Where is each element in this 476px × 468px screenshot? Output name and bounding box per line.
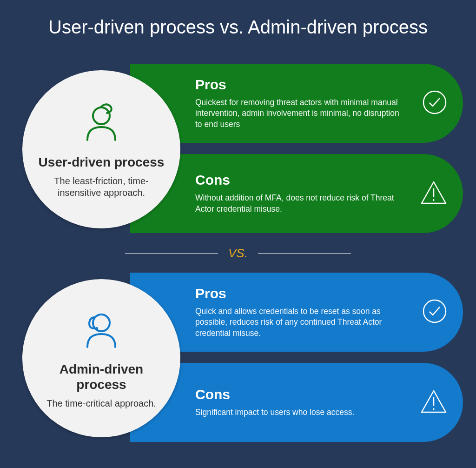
admin-circle-subtitle: The time-critical approach. [46,398,156,409]
admin-driven-section: Pros Quick and allows credentials to be … [0,270,476,447]
admin-circle-title: Admin-driven process [36,362,166,392]
admin-headset-icon [78,307,125,355]
user-person-icon [78,100,125,148]
admin-pros-text: Pros Quick and allows credentials to be … [130,286,463,339]
vs-divider: VS. [0,246,476,261]
user-cons-pill: Cons Without addition of MFA, does not r… [130,154,463,233]
user-circle: User-driven process The least-friction, … [22,70,180,228]
admin-cons-text: Cons Significant impact to users who los… [130,387,463,418]
svg-point-8 [95,327,98,330]
user-circle-subtitle: The least-friction, time-insensitive app… [36,175,166,199]
warning-triangle-icon [420,180,447,207]
svg-point-4 [423,300,446,322]
admin-cons-body: Significant impact to users who lose acc… [195,407,407,418]
admin-pros-pill: Pros Quick and allows credentials to be … [130,273,463,352]
vs-line-left [125,253,218,254]
user-cons-label: Cons [195,172,407,188]
user-pros-pill: Pros Quickest for removing threat actors… [130,64,463,143]
check-circle-icon [422,299,447,326]
vs-line-right [258,253,351,254]
user-pros-body: Quickest for removing threat actors with… [195,97,407,130]
user-circle-title: User-driven process [39,155,165,170]
user-driven-section: Pros Quickest for removing threat actors… [0,61,476,238]
user-pros-label: Pros [195,77,407,93]
vs-label: VS. [228,246,248,261]
warning-triangle-icon [420,389,447,416]
admin-cons-label: Cons [195,387,407,402]
admin-circle: Admin-driven process The time-critical a… [22,279,180,437]
admin-cons-pill: Cons Significant impact to users who los… [130,363,463,442]
user-cons-body: Without addition of MFA, does not reduce… [195,193,407,214]
admin-pros-label: Pros [195,286,407,301]
admin-pros-body: Quick and allows credentials to be reset… [195,306,407,339]
svg-point-0 [423,91,446,114]
user-pros-text: Pros Quickest for removing threat actors… [130,77,463,130]
page-title: User-driven process vs. Admin-driven pro… [0,0,476,38]
user-cons-text: Cons Without addition of MFA, does not r… [130,172,463,214]
svg-point-3 [93,107,110,124]
check-circle-icon [422,90,447,117]
